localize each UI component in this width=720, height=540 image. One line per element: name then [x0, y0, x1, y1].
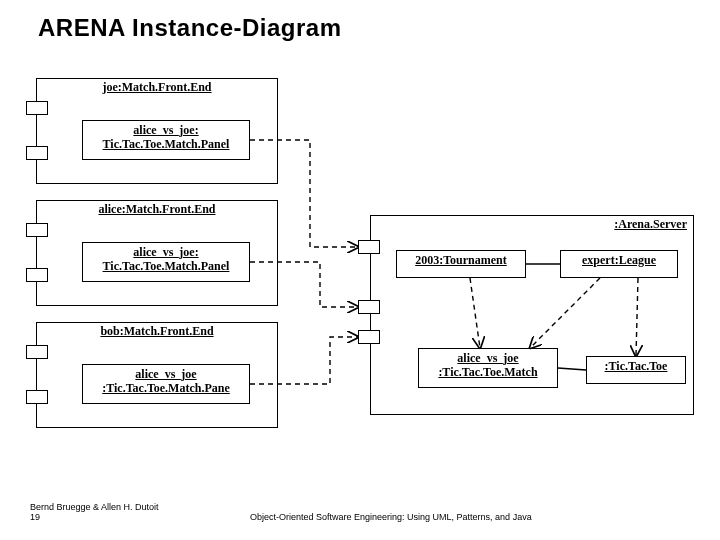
port: [358, 330, 380, 344]
instance-tournament: 2003:Tournament: [396, 250, 526, 278]
panel-bob-label: alice_vs_joe:Tic.Tac.Toe.Match.Pane: [83, 368, 249, 396]
panel-alice: alice_vs_joe:Tic.Tac.Toe.Match.Panel: [82, 242, 250, 282]
label-alice-frontend: alice:Match.Front.End: [37, 203, 277, 217]
panel-bob: alice_vs_joe:Tic.Tac.Toe.Match.Pane: [82, 364, 250, 404]
port: [26, 101, 48, 115]
port: [26, 390, 48, 404]
port: [26, 146, 48, 160]
page-title: ARENA Instance-Diagram: [38, 14, 342, 42]
label-joe-frontend: joe:Match.Front.End: [37, 81, 277, 95]
instance-ttt: :Tic.Tac.Toe: [586, 356, 686, 384]
instance-league: expert:League: [560, 250, 678, 278]
port: [358, 300, 380, 314]
panel-alice-label: alice_vs_joe:Tic.Tac.Toe.Match.Panel: [83, 246, 249, 274]
port: [26, 223, 48, 237]
label-bob-frontend: bob:Match.Front.End: [37, 325, 277, 339]
port: [358, 240, 380, 254]
label-arena-server: :Arena.Server: [614, 218, 693, 232]
panel-joe: alice_vs_joe:Tic.Tac.Toe.Match.Panel: [82, 120, 250, 160]
port: [26, 345, 48, 359]
panel-joe-label: alice_vs_joe:Tic.Tac.Toe.Match.Panel: [83, 124, 249, 152]
instance-match: alice_vs_joe:Tic.Tac.Toe.Match: [418, 348, 558, 388]
footer-book: Object-Oriented Software Engineering: Us…: [250, 512, 532, 522]
footer-authors: Bernd Bruegge & Allen H. Dutoit19: [30, 502, 159, 522]
port: [26, 268, 48, 282]
